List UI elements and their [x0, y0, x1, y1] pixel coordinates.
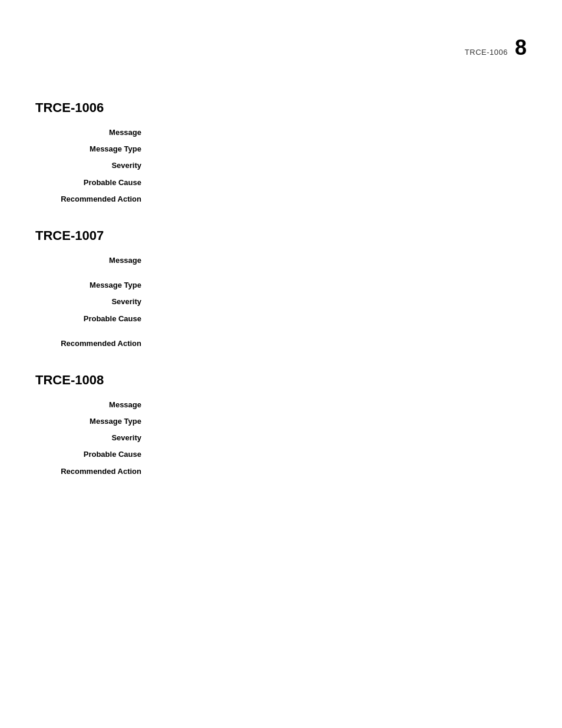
field-row-trce-1007-message: Message	[35, 255, 527, 266]
field-row-trce-1008-severity: Severity	[35, 433, 527, 443]
field-label-trce-1006-0: Message	[35, 127, 153, 138]
section-title-trce-1008: TRCE-1008	[35, 373, 527, 388]
field-value-trce-1008-1	[153, 416, 527, 427]
field-row-trce-1006-recommended-action: Recommended Action	[35, 194, 527, 205]
field-label-trce-1007-1: Message Type	[35, 280, 153, 291]
field-value-trce-1007-4	[153, 338, 527, 349]
field-label-trce-1007-0: Message	[35, 255, 153, 266]
page-header: TRCE-1006 8	[465, 35, 527, 60]
field-label-trce-1008-2: Severity	[35, 433, 153, 443]
section-trce-1006: TRCE-1006MessageMessage TypeSeverityProb…	[35, 100, 527, 205]
field-row-trce-1006-message: Message	[35, 127, 527, 138]
field-value-trce-1007-2	[153, 297, 527, 307]
field-row-trce-1007-severity: Severity	[35, 297, 527, 307]
field-value-trce-1008-2	[153, 433, 527, 443]
field-row-trce-1007-probable-cause: Probable Cause	[35, 314, 527, 324]
field-value-trce-1006-2	[153, 160, 527, 171]
field-value-trce-1006-1	[153, 144, 527, 154]
section-trce-1008: TRCE-1008MessageMessage TypeSeverityProb…	[35, 373, 527, 477]
section-title-trce-1006: TRCE-1006	[35, 100, 527, 116]
page-header-number: 8	[515, 35, 527, 60]
section-trce-1007: TRCE-1007MessageMessage TypeSeverityProb…	[35, 228, 527, 349]
field-value-trce-1008-4	[153, 466, 527, 477]
field-label-trce-1006-2: Severity	[35, 160, 153, 171]
field-row-trce-1007-recommended-action: Recommended Action	[35, 338, 527, 349]
field-label-trce-1008-1: Message Type	[35, 416, 153, 427]
field-label-trce-1007-2: Severity	[35, 297, 153, 307]
field-row-trce-1006-severity: Severity	[35, 160, 527, 171]
field-label-trce-1008-0: Message	[35, 400, 153, 410]
field-label-trce-1006-1: Message Type	[35, 144, 153, 154]
field-value-trce-1007-3	[153, 314, 527, 324]
field-value-trce-1008-3	[153, 449, 527, 460]
field-row-trce-1006-probable-cause: Probable Cause	[35, 177, 527, 188]
field-row-trce-1007-message-type: Message Type	[35, 280, 527, 291]
main-content: TRCE-1006MessageMessage TypeSeverityProb…	[0, 100, 562, 477]
field-label-trce-1007-3: Probable Cause	[35, 314, 153, 324]
field-value-trce-1006-0	[153, 127, 527, 138]
field-value-trce-1006-4	[153, 194, 527, 205]
field-value-trce-1008-0	[153, 400, 527, 410]
field-value-trce-1007-1	[153, 280, 527, 291]
field-label-trce-1006-3: Probable Cause	[35, 177, 153, 188]
field-label-trce-1008-3: Probable Cause	[35, 449, 153, 460]
page-header-title: TRCE-1006	[465, 48, 508, 57]
field-row-trce-1008-recommended-action: Recommended Action	[35, 466, 527, 477]
field-label-trce-1007-4: Recommended Action	[35, 338, 153, 349]
field-label-trce-1006-4: Recommended Action	[35, 194, 153, 205]
field-value-trce-1006-3	[153, 177, 527, 188]
field-value-trce-1007-0	[153, 255, 527, 266]
section-title-trce-1007: TRCE-1007	[35, 228, 527, 243]
field-row-trce-1008-message: Message	[35, 400, 527, 410]
field-row-trce-1008-probable-cause: Probable Cause	[35, 449, 527, 460]
field-row-trce-1006-message-type: Message Type	[35, 144, 527, 154]
field-row-trce-1008-message-type: Message Type	[35, 416, 527, 427]
field-label-trce-1008-4: Recommended Action	[35, 466, 153, 477]
